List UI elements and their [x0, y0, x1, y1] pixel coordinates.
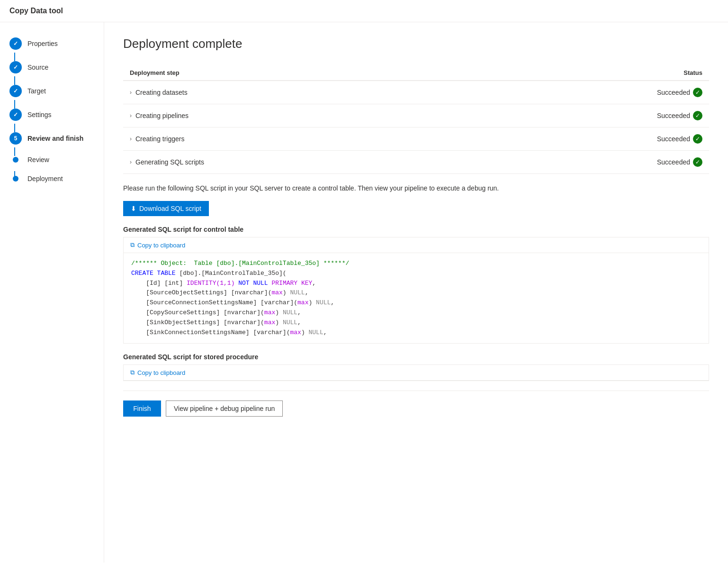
check-icon-sql-scripts: ✓ [693, 157, 702, 167]
status-text-datasets: Succeeded [657, 89, 690, 96]
step-circle-target: ✓ [9, 85, 22, 97]
status-cell-triggers: Succeeded ✓ [657, 134, 702, 144]
table-header: Deployment step Status [123, 65, 709, 81]
table-row: › Creating triggers Succeeded ✓ [123, 127, 709, 151]
app-header: Copy Data tool [0, 0, 728, 22]
sidebar-label-settings: Settings [27, 111, 52, 118]
sql-control-table-container: ⧉ Copy to clipboard /****** Object: Tabl… [123, 237, 709, 344]
sidebar-item-source[interactable]: ✓ Source [0, 55, 104, 79]
download-sql-button[interactable]: ⬇ Download SQL script [123, 201, 209, 216]
sidebar-label-properties: Properties [27, 40, 58, 47]
check-icon-datasets: ✓ [693, 88, 702, 97]
info-text: Please run the following SQL script in y… [123, 183, 709, 193]
step-label-sql-scripts: Generating SQL scripts [135, 158, 204, 166]
app-title: Copy Data tool [9, 7, 63, 15]
status-text-pipelines: Succeeded [657, 112, 690, 119]
step-circle-source: ✓ [9, 61, 22, 73]
download-icon: ⬇ [131, 205, 136, 212]
sql-control-table-title: Generated SQL script for control table [123, 226, 709, 233]
status-text-sql-scripts: Succeeded [657, 158, 690, 166]
step-circle-settings: ✓ [9, 109, 22, 121]
sidebar-item-review-finish[interactable]: 5 Review and finish [0, 127, 104, 150]
chevron-icon-pipelines: › [130, 112, 132, 119]
code-line-4: [SourceObjectSettings] [nvarchar](max) N… [131, 288, 701, 298]
sidebar-label-source: Source [27, 64, 48, 71]
code-line-8: [SinkConnectionSettingsName] [varchar](m… [131, 328, 701, 338]
copy-to-clipboard-procedure[interactable]: ⧉ Copy to clipboard [124, 365, 709, 381]
main-content: Deployment complete Deployment step Stat… [104, 22, 728, 563]
step-label-pipelines: Creating pipelines [135, 112, 189, 119]
code-line-1: /****** Object: Table [dbo].[MainControl… [131, 259, 701, 269]
chevron-icon-sql-scripts: › [130, 159, 132, 165]
code-area-control: /****** Object: Table [dbo].[MainControl… [124, 253, 709, 343]
status-cell-pipelines: Succeeded ✓ [657, 111, 702, 120]
copy-icon-control: ⧉ [130, 241, 135, 249]
copy-to-clipboard-control[interactable]: ⧉ Copy to clipboard [124, 237, 709, 253]
sidebar-item-deployment[interactable]: Deployment [0, 169, 104, 188]
footer-buttons: Finish View pipeline + debug pipeline ru… [123, 391, 709, 417]
sidebar-label-review: Review [27, 156, 49, 164]
finish-button[interactable]: Finish [123, 400, 161, 417]
step-circle-deployment [13, 176, 18, 182]
col-step-header: Deployment step [130, 69, 180, 76]
check-icon-pipelines: ✓ [693, 111, 702, 120]
chevron-icon-triggers: › [130, 136, 132, 142]
step-name-pipelines: › Creating pipelines [130, 112, 189, 119]
sql-stored-procedure-container: ⧉ Copy to clipboard [123, 364, 709, 381]
status-text-triggers: Succeeded [657, 135, 690, 143]
sidebar-label-review-finish: Review and finish [27, 135, 83, 142]
step-name-triggers: › Creating triggers [130, 135, 185, 143]
code-line-2: CREATE TABLE [dbo].[MainControlTable_35o… [131, 269, 701, 279]
step-circle-review [13, 157, 18, 163]
sql-stored-procedure-title: Generated SQL script for stored procedur… [123, 353, 709, 361]
code-line-3: [Id] [int] IDENTITY(1,1) NOT NULL PRIMAR… [131, 279, 701, 289]
copy-label-control: Copy to clipboard [137, 242, 185, 249]
status-cell-sql-scripts: Succeeded ✓ [657, 157, 702, 167]
step-label-triggers: Creating triggers [135, 135, 185, 143]
status-cell-datasets: Succeeded ✓ [657, 88, 702, 97]
sidebar-label-deployment: Deployment [27, 175, 63, 182]
sidebar: ✓ Properties ✓ Source ✓ Target ✓ Setting… [0, 22, 104, 563]
copy-label-procedure: Copy to clipboard [137, 369, 185, 376]
sidebar-item-properties[interactable]: ✓ Properties [0, 32, 104, 55]
sidebar-item-target[interactable]: ✓ Target [0, 79, 104, 103]
sidebar-item-settings[interactable]: ✓ Settings [0, 103, 104, 127]
code-line-6: [CopySourceSettings] [nvarchar](max) NUL… [131, 308, 701, 318]
download-btn-label: Download SQL script [139, 205, 201, 212]
step-circle-properties: ✓ [9, 37, 22, 50]
step-name-datasets: › Creating datasets [130, 89, 188, 96]
table-row: › Generating SQL scripts Succeeded ✓ [123, 151, 709, 174]
check-icon-triggers: ✓ [693, 134, 702, 144]
sidebar-label-target: Target [27, 87, 46, 95]
main-layout: ✓ Properties ✓ Source ✓ Target ✓ Setting… [0, 22, 728, 563]
table-row: › Creating datasets Succeeded ✓ [123, 81, 709, 104]
deployment-table: Deployment step Status › Creating datase… [123, 65, 709, 174]
page-title: Deployment complete [123, 36, 709, 51]
view-pipeline-button[interactable]: View pipeline + debug pipeline run [166, 400, 283, 417]
step-circle-review-finish: 5 [9, 132, 22, 145]
step-label-datasets: Creating datasets [135, 89, 188, 96]
code-line-7: [SinkObjectSettings] [nvarchar](max) NUL… [131, 318, 701, 328]
code-line-5: [SourceConnectionSettingsName] [varchar]… [131, 298, 701, 308]
col-status-header: Status [683, 69, 702, 76]
copy-icon-procedure: ⧉ [130, 369, 135, 376]
step-name-sql-scripts: › Generating SQL scripts [130, 158, 204, 166]
sidebar-item-review[interactable]: Review [0, 150, 104, 169]
table-row: › Creating pipelines Succeeded ✓ [123, 104, 709, 127]
chevron-icon-datasets: › [130, 89, 132, 96]
